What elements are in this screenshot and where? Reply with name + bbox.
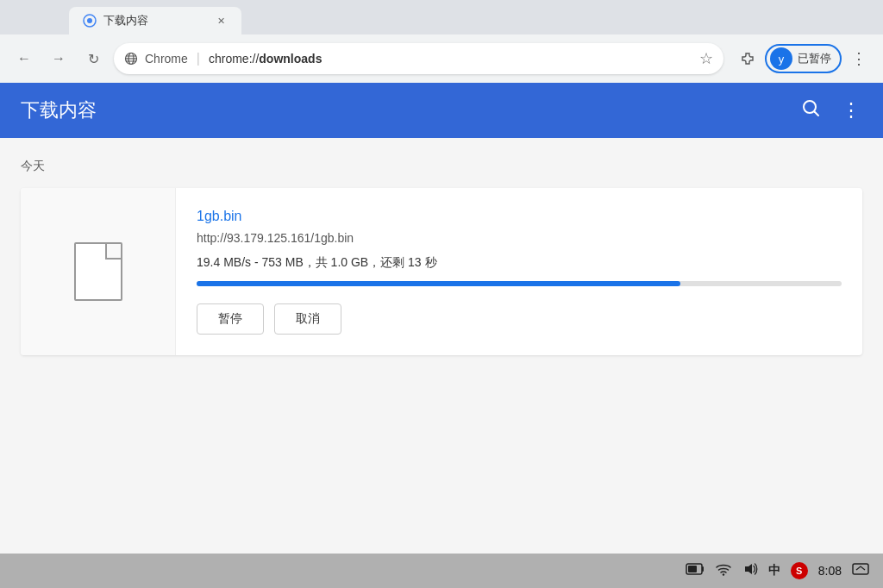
progress-bar-fill [197, 281, 680, 286]
pause-button[interactable]: 暂停 [197, 303, 264, 335]
tab-title: 下载内容 [103, 13, 148, 28]
svg-line-8 [815, 112, 819, 116]
progress-bar-container [197, 281, 842, 286]
nav-right: y 已暂停 ⋮ [734, 44, 873, 73]
svg-rect-10 [688, 566, 697, 572]
downloads-tab[interactable]: 下载内容 ✕ [69, 7, 241, 34]
site-info-icon [124, 52, 138, 66]
tab-favicon [83, 14, 97, 28]
address-url: chrome://downloads [209, 52, 322, 66]
extensions-button[interactable] [734, 45, 761, 72]
header-search-button[interactable] [800, 97, 821, 123]
nav-bar: ← → ↻ Chrome | chrome://downloads ☆ [0, 34, 883, 83]
svg-point-12 [723, 573, 724, 575]
download-info: 1gb.bin http://93.179.125.161/1gb.bin 19… [176, 188, 862, 355]
header-menu-button[interactable]: ⋮ [842, 99, 862, 122]
profile-avatar: y [770, 47, 792, 70]
download-status: 19.4 MB/s - 753 MB，共 1.0 GB，还剩 13 秒 [197, 255, 842, 271]
download-card: 1gb.bin http://93.179.125.161/1gb.bin 19… [21, 188, 862, 355]
svg-rect-14 [853, 564, 868, 574]
sound-icon [742, 562, 758, 579]
svg-marker-13 [745, 564, 752, 574]
wifi-icon [715, 562, 732, 579]
tab-bar: 下载内容 ✕ [0, 0, 883, 34]
profile-button[interactable]: y 已暂停 [765, 44, 842, 73]
file-icon [74, 242, 122, 301]
section-date: 今天 [21, 159, 862, 174]
browser-chrome: 下载内容 ✕ ← → ↻ Chrome | chrome://downloads [0, 0, 883, 83]
address-app-name: Chrome [145, 52, 188, 66]
profile-status: 已暂停 [798, 51, 831, 66]
cancel-button[interactable]: 取消 [274, 303, 341, 335]
ime-indicator: 中 [768, 563, 780, 579]
download-actions: 暂停 取消 [197, 303, 842, 335]
notification-icon [852, 561, 869, 580]
battery-icon [686, 562, 705, 579]
file-icon-area [21, 188, 176, 355]
forward-button[interactable]: → [45, 45, 72, 72]
address-bar[interactable]: Chrome | chrome://downloads ☆ [114, 43, 723, 74]
taskbar-time: 8:08 [818, 564, 842, 578]
download-filename[interactable]: 1gb.bin [197, 209, 842, 224]
page-title: 下载内容 [21, 97, 800, 123]
svg-rect-11 [702, 566, 704, 572]
reload-button[interactable]: ↻ [79, 45, 107, 72]
address-divider: | [197, 51, 200, 66]
taskbar: 中 S 8:08 [0, 554, 883, 588]
content-area: 今天 1gb.bin http://93.179.125.161/1gb.bin… [0, 138, 883, 554]
tab-close-btn[interactable]: ✕ [214, 14, 228, 28]
sogou-icon: S [791, 562, 808, 579]
svg-point-1 [87, 18, 92, 23]
back-button[interactable]: ← [10, 45, 38, 72]
browser-menu-button[interactable]: ⋮ [845, 45, 873, 72]
download-url: http://93.179.125.161/1gb.bin [197, 231, 842, 245]
bookmark-icon[interactable]: ☆ [699, 49, 713, 68]
page-header: 下载内容 ⋮ [0, 83, 883, 138]
